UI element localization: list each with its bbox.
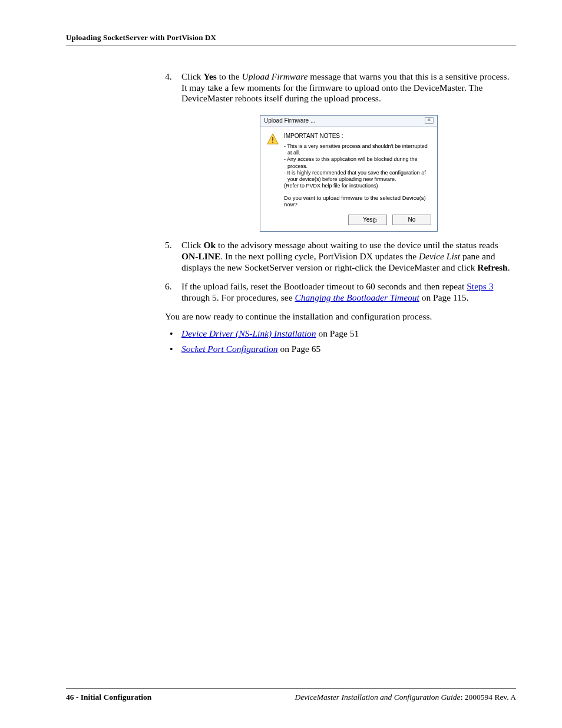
footer-doc-title: DeviceMaster Installation and Configurat… — [295, 693, 460, 701]
link-changing-bootloader-timeout[interactable]: Changing the Bootloader Timeout — [295, 292, 419, 302]
dialog-note-4: (Refer to PVDX help file for instruction… — [284, 183, 431, 189]
step-4: 4. Click Yes to the Upload Firmware mess… — [165, 71, 516, 232]
running-header: Uploading SocketServer with PortVision D… — [66, 33, 516, 42]
svg-rect-2 — [272, 141, 273, 143]
step-5-number: 5. — [165, 240, 172, 251]
step-6: 6. If the upload fails, reset the Bootlo… — [165, 281, 516, 303]
link-socket-port-config[interactable]: Socket Port Configuration — [181, 344, 278, 354]
close-icon[interactable]: ✕ — [425, 117, 434, 124]
step-6-text: If the upload fails, reset the Bootloade… — [181, 281, 493, 302]
dialog-note-1: - This is a very sensitive process and s… — [284, 143, 431, 157]
yes-button[interactable]: Yes — [348, 215, 387, 225]
bullet-socket-port: Socket Port Configuration on Page 65 — [165, 344, 516, 355]
upload-firmware-dialog: Upload Firmware ... ✕ IMPORTANT NOTES : — [260, 115, 438, 232]
dialog-note-2: - Any access to this application will be… — [284, 156, 431, 170]
bullet-device-driver: Device Driver (NS-Link) Installation on … — [165, 328, 516, 340]
no-button[interactable]: No — [392, 215, 431, 225]
footer-page-number: 46 — [66, 693, 74, 701]
step-5: 5. Click Ok to the advisory message abou… — [165, 240, 516, 273]
footer-rule — [66, 689, 516, 689]
dialog-question: Do you want to upload firmware to the se… — [284, 195, 431, 208]
footer-section: Initial Configuration — [81, 693, 151, 701]
dialog-note-3: - It is highly recommended that you save… — [284, 170, 431, 183]
footer-left: 46 - Initial Configuration — [66, 693, 151, 702]
step-4-text: Click Yes to the Upload Firmware message… — [181, 71, 510, 103]
svg-rect-1 — [272, 137, 273, 140]
step-4-number: 4. — [165, 71, 172, 83]
dialog-titlebar: Upload Firmware ... ✕ — [260, 116, 437, 127]
footer-right: DeviceMaster Installation and Configurat… — [295, 693, 516, 702]
step-5-text: Click Ok to the advisory message about w… — [181, 240, 510, 272]
dialog-title-text: Upload Firmware ... — [264, 117, 315, 124]
footer-rev: : 2000594 Rev. A — [461, 693, 516, 701]
link-device-driver-install[interactable]: Device Driver (NS-Link) Installation — [181, 328, 316, 338]
page-footer: 46 - Initial Configuration DeviceMaster … — [66, 689, 516, 702]
warning-icon — [266, 133, 279, 146]
step-6-number: 6. — [165, 281, 172, 292]
content-area: 4. Click Yes to the Upload Firmware mess… — [66, 45, 516, 355]
link-steps-3[interactable]: Steps 3 — [467, 281, 493, 291]
dialog-heading: IMPORTANT NOTES : — [284, 133, 431, 140]
continuation-para: You are now ready to continue the instal… — [165, 311, 516, 322]
